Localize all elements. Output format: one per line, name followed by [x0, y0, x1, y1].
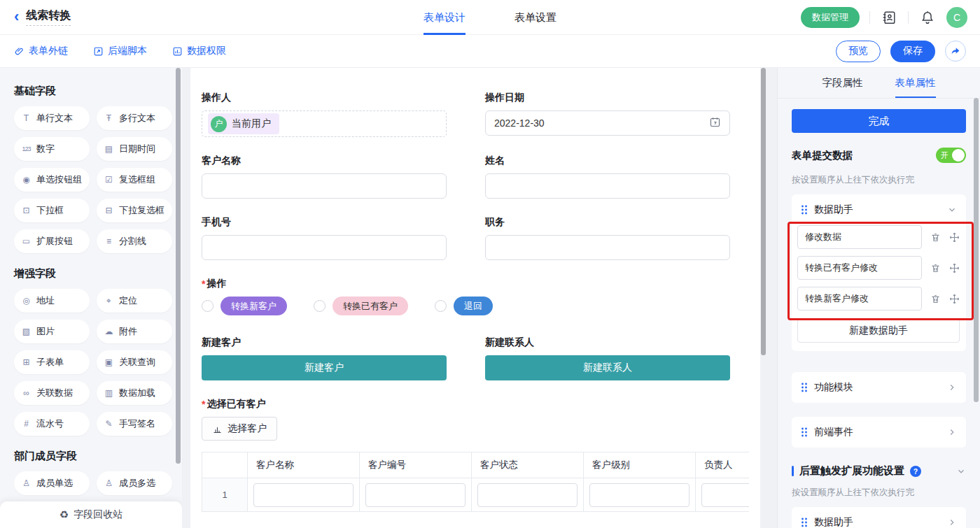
radio-circle[interactable]	[435, 300, 447, 312]
function-module-header[interactable]: 功能模块	[792, 372, 966, 403]
mobile-input[interactable]	[202, 235, 447, 260]
data-permission-item[interactable]: 数据权限	[172, 45, 226, 57]
frontend-event-header[interactable]: 前端事件	[792, 417, 966, 448]
drag-handle-icon[interactable]	[801, 205, 808, 215]
helper-item-name[interactable]: 转换新客户修改	[797, 287, 922, 311]
field-recycle-bin[interactable]: ♻ 字段回收站	[0, 501, 182, 528]
field-item-attachment[interactable]: ☁附件	[97, 320, 172, 343]
field-operation[interactable]: *操作 转换新客户 转换已有客户 退回	[202, 278, 749, 315]
cell-input-customer-level[interactable]	[589, 483, 690, 507]
date-input[interactable]: 2022-12-30	[485, 110, 730, 136]
field-item-datetime[interactable]: ▤日期时间	[97, 137, 172, 161]
tab-form-settings[interactable]: 表单设置	[514, 0, 556, 35]
field-item-select[interactable]: ⊡下拉框	[14, 199, 90, 222]
cell-input-customer-status[interactable]	[477, 483, 578, 507]
cell-input-customer-no[interactable]	[365, 483, 465, 507]
new-contact-button[interactable]: 新建联系人	[485, 355, 730, 380]
field-item-multi-select[interactable]: ⊟下拉复选框	[97, 199, 172, 222]
field-item-subform[interactable]: ⊞子表单	[14, 350, 90, 374]
new-customer-button[interactable]: 新建客户	[202, 355, 447, 380]
save-button[interactable]: 保存	[890, 41, 935, 62]
chevron-down-icon[interactable]	[947, 205, 957, 215]
cell-input-customer-name[interactable]	[253, 483, 354, 507]
submit-data-toggle[interactable]: 开	[936, 148, 966, 163]
move-icon[interactable]	[949, 263, 960, 273]
field-item-data-load[interactable]: ▥数据加载	[97, 381, 172, 405]
field-operator[interactable]: 操作人 户 当前用户	[202, 92, 447, 137]
chevron-right-icon[interactable]	[947, 383, 957, 392]
drag-handle-icon[interactable]	[801, 518, 808, 527]
move-icon[interactable]	[949, 294, 960, 304]
preview-button[interactable]: 预览	[836, 41, 881, 62]
data-helper-header[interactable]: 数据助手	[792, 194, 966, 225]
data-manage-button[interactable]: 数据管理	[801, 7, 860, 28]
job-input[interactable]	[485, 235, 730, 260]
drag-handle-icon[interactable]	[801, 383, 808, 392]
field-item-number[interactable]: 123数字	[14, 137, 90, 161]
field-item-serial-number[interactable]: #流水号	[14, 412, 90, 436]
field-item-location[interactable]: ⌖定位	[97, 289, 172, 313]
field-label: 操作人	[202, 92, 447, 104]
field-person-name[interactable]: 姓名	[485, 155, 730, 199]
delete-icon[interactable]	[930, 232, 941, 243]
field-item-multi-line-text[interactable]: Ŧ多行文本	[97, 106, 172, 130]
drag-handle-icon[interactable]	[801, 427, 808, 437]
radio-option-convert-existing[interactable]: 转换已有客户	[314, 297, 408, 315]
delete-icon[interactable]	[930, 263, 941, 273]
helper-item-name[interactable]: 转换已有客户修改	[797, 256, 922, 280]
chevron-down-icon[interactable]	[956, 466, 966, 476]
field-select-existing-customer[interactable]: *选择已有客户 选择客户 客户名称 客户编	[202, 398, 749, 512]
field-item-extend-button[interactable]: ▭扩展按钮	[14, 229, 90, 253]
post-data-helper-header[interactable]: 数据助手	[792, 507, 966, 528]
new-data-helper-button[interactable]: 新建数据助手	[797, 319, 960, 343]
choose-customer-button[interactable]: 选择客户	[202, 417, 277, 441]
field-item-signature[interactable]: ✎手写签名	[97, 412, 172, 436]
back-icon[interactable]: ‹	[14, 9, 19, 24]
page-title[interactable]: 线索转换	[26, 8, 71, 26]
share-button[interactable]	[945, 41, 966, 62]
field-item-single-line-text[interactable]: T单行文本	[14, 106, 90, 130]
tab-field-properties[interactable]: 字段属性	[822, 68, 863, 98]
user-avatar[interactable]: C	[946, 7, 967, 28]
field-job[interactable]: 职务	[485, 216, 730, 260]
contacts-icon[interactable]	[880, 8, 898, 27]
field-operate-date[interactable]: 操作日期 2022-12-30	[485, 92, 730, 137]
chevron-right-icon[interactable]	[947, 518, 957, 527]
chevron-right-icon[interactable]	[947, 427, 957, 437]
helper-item-name[interactable]: 修改数据	[797, 225, 922, 249]
post-trigger-section-header[interactable]: 后置触发扩展功能设置 ?	[792, 464, 966, 478]
radio-circle[interactable]	[314, 300, 326, 312]
operator-value-box[interactable]: 户 当前用户	[202, 110, 447, 137]
person-name-input[interactable]	[485, 173, 730, 199]
external-link-item[interactable]: 表单外链	[14, 45, 68, 57]
radio-option-return[interactable]: 退回	[435, 297, 493, 315]
help-icon[interactable]: ?	[910, 466, 921, 477]
move-icon[interactable]	[949, 232, 960, 243]
field-item-image[interactable]: ▧图片	[14, 320, 90, 343]
field-item-checkbox-group[interactable]: ☑复选框组	[97, 168, 172, 192]
delete-icon[interactable]	[930, 294, 941, 304]
cell-input-owner[interactable]	[701, 483, 749, 507]
field-item-radio-group[interactable]: ◉单选按钮组	[14, 168, 90, 192]
radio-circle[interactable]	[202, 300, 214, 312]
field-item-member-single[interactable]: ♙成员单选	[14, 471, 90, 495]
field-customer-name[interactable]: 客户名称	[202, 155, 447, 199]
field-item-member-multi[interactable]: ♙成员多选	[97, 471, 172, 495]
field-mobile[interactable]: 手机号	[202, 216, 447, 260]
field-new-contact[interactable]: 新建联系人 新建联系人	[485, 336, 730, 380]
sidebar-scrollbar[interactable]	[176, 68, 181, 464]
tab-form-properties[interactable]: 表单属性	[895, 68, 936, 98]
finish-button[interactable]: 完成	[792, 109, 966, 133]
tab-form-design[interactable]: 表单设计	[424, 0, 465, 35]
radio-option-convert-new[interactable]: 转换新客户	[202, 297, 287, 315]
canvas-scrollbar[interactable]	[761, 68, 766, 355]
field-item-linked-data[interactable]: ∞关联数据	[14, 381, 90, 405]
customer-name-input[interactable]	[202, 173, 447, 199]
field-item-address[interactable]: ◎地址	[14, 289, 90, 313]
field-item-divider[interactable]: ≡分割线	[97, 229, 172, 253]
backend-script-item[interactable]: 后端脚本	[93, 45, 147, 57]
panel-scrollbar[interactable]	[974, 98, 979, 402]
notification-bell-icon[interactable]	[918, 8, 937, 27]
field-item-lookup-query[interactable]: ▣关联查询	[97, 350, 172, 374]
field-new-customer[interactable]: 新建客户 新建客户	[202, 336, 447, 380]
